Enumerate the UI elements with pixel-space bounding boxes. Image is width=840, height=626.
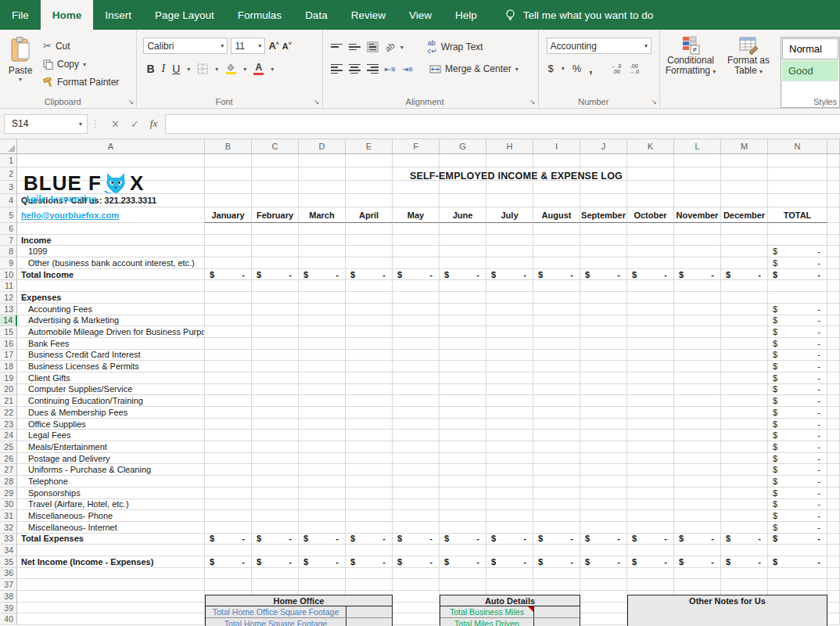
month-header-December[interactable]: December xyxy=(721,207,768,223)
paste-dropdown-icon[interactable]: ▾ xyxy=(19,76,22,83)
cell-F31[interactable] xyxy=(393,510,440,522)
cell-J20[interactable] xyxy=(580,384,627,396)
cell-M7[interactable] xyxy=(721,235,768,246)
cell-A39[interactable] xyxy=(17,603,205,614)
cell-A13[interactable]: Accounting Fees xyxy=(17,304,205,315)
row-header-37[interactable]: 37 xyxy=(0,579,17,591)
align-bottom-icon[interactable] xyxy=(367,41,379,53)
cell-I13[interactable] xyxy=(533,304,580,315)
cell-partial-16[interactable] xyxy=(827,338,840,350)
cell-K15[interactable] xyxy=(627,326,674,338)
cell-D12[interactable] xyxy=(299,292,346,304)
cell-J10[interactable]: $- xyxy=(580,269,627,281)
cell-J8[interactable] xyxy=(580,246,627,257)
cell-H37[interactable] xyxy=(486,579,533,591)
cell-I25[interactable] xyxy=(533,441,580,453)
cell-G26[interactable] xyxy=(440,453,486,465)
column-header-G[interactable]: G xyxy=(440,139,486,153)
row-header-6[interactable]: 6 xyxy=(0,223,17,235)
cell-H32[interactable] xyxy=(486,522,533,534)
cell-G29[interactable] xyxy=(440,487,486,499)
cell-B34[interactable] xyxy=(205,545,252,556)
cell-B16[interactable] xyxy=(205,338,252,350)
cell-partial-24[interactable] xyxy=(827,430,840,441)
row-header-1[interactable]: 1 xyxy=(0,154,17,167)
row-header-7[interactable]: 7 xyxy=(0,235,17,246)
cell-A20[interactable]: Computer Supplies/Service xyxy=(17,384,205,396)
cell-E26[interactable] xyxy=(346,453,393,465)
cell-I32[interactable] xyxy=(533,522,580,534)
cell-A29[interactable]: Sponsorships xyxy=(17,487,205,499)
cell-B27[interactable] xyxy=(205,464,252,476)
cell-J34[interactable] xyxy=(580,545,627,556)
cell-K20[interactable] xyxy=(627,384,674,396)
cell-M27[interactable] xyxy=(721,464,768,476)
cell-C17[interactable] xyxy=(252,350,299,362)
cell-J9[interactable] xyxy=(580,257,627,269)
cell-K33[interactable]: $- xyxy=(627,534,674,545)
cell-F13[interactable] xyxy=(393,304,440,315)
cell-I1[interactable] xyxy=(533,154,580,167)
cell-N8[interactable]: $- xyxy=(768,246,827,257)
cell-N12[interactable] xyxy=(768,292,827,304)
cell-N27[interactable]: $- xyxy=(768,464,827,476)
font-color-dropdown-icon[interactable]: ▾ xyxy=(271,66,274,73)
month-header-March[interactable]: March xyxy=(299,207,346,223)
cell-E13[interactable] xyxy=(346,304,393,315)
cell-C21[interactable] xyxy=(252,395,299,407)
cell-A22[interactable]: Dues & Membership Fees xyxy=(17,407,205,419)
cell-K30[interactable] xyxy=(627,499,674,511)
cell-L27[interactable] xyxy=(674,464,721,476)
align-left-icon[interactable] xyxy=(331,64,343,74)
cell-H8[interactable] xyxy=(486,246,533,257)
cell-F11[interactable] xyxy=(393,280,440,292)
cell-G32[interactable] xyxy=(440,522,486,534)
cell-G21[interactable] xyxy=(440,395,486,407)
cell-I21[interactable] xyxy=(533,395,580,407)
row-header-38[interactable]: 38 xyxy=(0,591,17,603)
cell-M13[interactable] xyxy=(721,304,768,315)
cell-B28[interactable] xyxy=(205,476,252,487)
cell-C32[interactable] xyxy=(252,522,299,534)
cell-M10[interactable]: $- xyxy=(721,269,768,281)
cell-N25[interactable]: $- xyxy=(768,441,827,453)
cell-E1[interactable] xyxy=(346,154,393,167)
cell-M34[interactable] xyxy=(721,545,768,556)
cell-M37[interactable] xyxy=(721,579,768,591)
cell-A23[interactable]: Office Supplies xyxy=(17,419,205,430)
cell-B33[interactable]: $- xyxy=(205,534,252,545)
cell-L4[interactable] xyxy=(674,194,721,207)
row-header-29[interactable]: 29 xyxy=(0,487,17,499)
cell-I27[interactable] xyxy=(533,464,580,476)
cell-partial-12[interactable] xyxy=(827,292,840,304)
cell-N23[interactable]: $- xyxy=(768,419,827,430)
cell-F16[interactable] xyxy=(393,338,440,350)
cell-C26[interactable] xyxy=(252,453,299,465)
cell-A8[interactable]: 1099 xyxy=(17,246,205,257)
cell-K11[interactable] xyxy=(627,280,674,292)
cell-G15[interactable] xyxy=(440,326,486,338)
cell-E22[interactable] xyxy=(346,407,393,419)
cell-G11[interactable] xyxy=(440,280,486,292)
cell-G1[interactable] xyxy=(440,154,486,167)
cell-D3[interactable] xyxy=(299,181,346,194)
cell-A38[interactable] xyxy=(17,591,205,603)
cell-A37[interactable] xyxy=(17,579,205,591)
cell-partial-8[interactable] xyxy=(827,246,840,257)
cell-J18[interactable] xyxy=(580,361,627,372)
cell-N34[interactable] xyxy=(768,545,827,556)
cell-J31[interactable] xyxy=(580,510,627,522)
cell-D20[interactable] xyxy=(299,384,346,396)
font-name-select[interactable]: Calibri▾ xyxy=(143,38,228,54)
cell-M24[interactable] xyxy=(721,430,768,441)
cell-L12[interactable] xyxy=(674,292,721,304)
comma-style-button[interactable]: , xyxy=(589,62,592,75)
cell-partial-36[interactable] xyxy=(827,568,840,580)
cell-J40[interactable] xyxy=(580,613,627,625)
row-header-36[interactable]: 36 xyxy=(0,568,17,580)
cell-L26[interactable] xyxy=(674,453,721,465)
cell-H21[interactable] xyxy=(486,395,533,407)
cell-K32[interactable] xyxy=(627,522,674,534)
cell-C31[interactable] xyxy=(252,510,299,522)
cell-M32[interactable] xyxy=(721,522,768,534)
